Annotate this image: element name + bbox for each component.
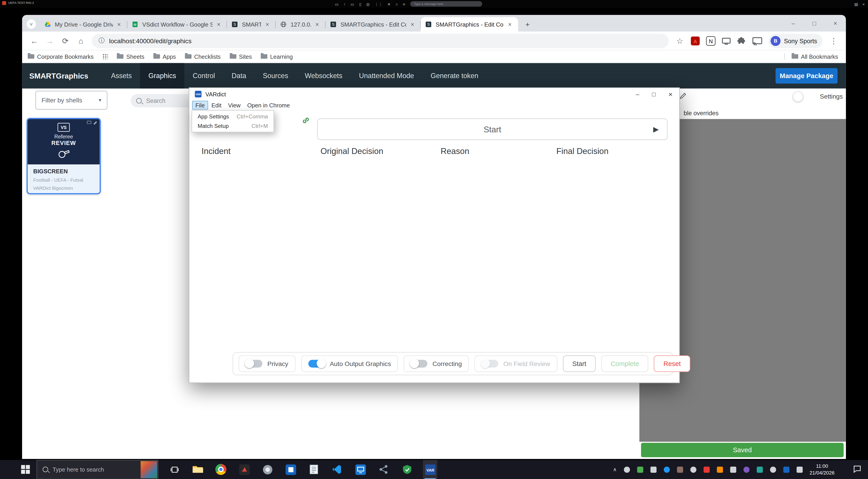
tab-localhost[interactable]: 127.0.0.1:1 × [276,17,326,32]
manage-package-button[interactable]: Manage Package [775,68,837,84]
tray-icon[interactable] [664,467,670,473]
notification-center-icon[interactable] [853,465,862,473]
privacy-toggle[interactable] [246,360,262,368]
remote-menu-icon[interactable]: ≡ [403,2,405,6]
remote-close-icon[interactable]: × [862,2,865,6]
menu-item-app-settings[interactable]: App Settings Ctrl+Comma [192,112,273,121]
notepad-button[interactable] [307,460,321,479]
correcting-toggle[interactable] [411,360,428,368]
close-button[interactable]: × [825,15,846,32]
edit-pencil-icon[interactable] [680,93,687,99]
menu-view[interactable]: View [225,101,244,109]
remote-apps-icon[interactable]: ⋮⋮ [375,2,382,6]
nav-unattended-mode[interactable]: Unattended Mode [351,63,422,89]
bookmark-star-icon[interactable]: ☆ [673,34,687,47]
nav-websockets[interactable]: Websockets [297,63,351,89]
saved-button[interactable]: Saved [641,443,844,457]
tray-icon[interactable] [704,467,710,473]
tray-icon[interactable] [637,467,643,473]
complete-button[interactable]: Complete [601,355,649,372]
tray-icon[interactable] [651,467,657,473]
on-field-review-toggle[interactable] [482,360,498,368]
tray-icon[interactable] [730,467,736,473]
remote-settings-icon[interactable]: ▤ [854,2,858,6]
remote-display-icon[interactable]: ▭ [350,2,354,6]
tab-smartgraphics-active[interactable]: S SMARTGraphics - Edit Compon × [421,17,518,32]
tab-close-icon[interactable]: × [409,21,416,28]
tray-icon[interactable] [797,467,803,473]
address-bar[interactable]: ⓘ localhost:40000/edit/graphics [92,34,669,48]
windows-start-icon[interactable] [21,465,30,474]
play-icon[interactable]: ▶ [647,121,665,138]
nav-sources[interactable]: Sources [255,63,297,89]
nav-generate-token[interactable]: Generate token [422,63,487,89]
auto-output-graphics-toggle[interactable] [308,360,325,368]
bookmark-sites[interactable]: Sites [229,53,252,60]
minimize-button[interactable]: – [783,15,804,32]
tray-icon[interactable] [690,467,696,473]
security-app-button[interactable] [400,460,414,479]
nav-graphics[interactable]: Graphics [140,63,184,89]
tray-icon[interactable] [744,467,750,473]
home-icon[interactable]: ⌂ [74,34,88,47]
remote-view-icon[interactable]: ◎ [366,2,370,6]
forward-icon[interactable]: → [43,34,57,47]
on-field-review-toggle-group[interactable]: On Field Review [474,355,557,372]
privacy-toggle-group[interactable]: Privacy [239,355,296,372]
apps-grid-icon[interactable] [102,54,108,59]
vscode-button[interactable] [330,460,344,479]
search-daily-image[interactable] [141,461,157,478]
site-info-icon[interactable]: ⓘ [99,36,105,45]
remote-upload-icon[interactable]: ↑ [343,2,345,6]
tab-close-icon[interactable]: × [115,21,123,28]
profile-chip[interactable]: B Sony Sports [769,34,823,48]
tab-my-drive[interactable]: My Drive - Google Drive × [40,17,127,32]
nav-data[interactable]: Data [223,63,255,89]
tab-close-icon[interactable]: × [313,21,321,28]
remote-monitor-icon[interactable]: ▭ [335,2,339,6]
remote-scissors-icon[interactable]: ✕ [388,2,391,6]
maximize-button[interactable]: □ [804,15,825,32]
shell-card-bigscreen[interactable]: VS Referee REVIEW BIGSCREEN Football - U… [27,118,101,194]
auto-output-graphics-toggle-group[interactable]: Auto Output Graphics [301,355,398,372]
new-tab-button[interactable]: + [522,18,534,30]
dark-app-button[interactable] [237,460,251,479]
incident-start-bar[interactable]: Start ▶ [317,118,668,140]
menu-item-match-setup[interactable]: Match Setup Ctrl+M [192,121,273,131]
settings-toggle-knob[interactable] [793,91,803,102]
tab-close-icon[interactable]: × [215,21,222,28]
menu-open-in-chrome[interactable]: Open in Chrome [244,101,293,109]
chrome-button[interactable] [214,460,228,479]
start-button[interactable]: Start [563,355,596,372]
tray-icon[interactable] [783,467,789,473]
blue-monitor-app-button[interactable] [353,460,368,479]
taskbar-clock[interactable]: 11:00 21/04/2026 [804,462,840,477]
remote-display2-icon[interactable]: ▯ [359,2,361,6]
tray-expand-icon[interactable]: ∧ [613,467,617,473]
menu-edit[interactable]: Edit [208,101,225,109]
tab-smartgraphics-2[interactable]: S SMARTGraphics - Edit Compon × [326,17,421,32]
taskbar-search-input[interactable]: Type here to search [36,460,158,479]
tab-smartgraphics-1[interactable]: S SMARTG × [227,17,276,32]
task-view-button[interactable] [167,460,182,479]
tab-vsdict-workflow[interactable]: VSdict Workflow - Google Shee × [127,17,227,32]
vardict-titlebar[interactable]: VAR VARdict – □ × [189,88,679,100]
tray-icon[interactable] [717,467,723,473]
close-icon[interactable]: × [668,90,673,98]
share-app-button[interactable] [376,460,391,479]
tray-icon[interactable] [770,467,776,473]
reload-icon[interactable]: ⟳ [59,34,72,47]
menu-file[interactable]: File [192,101,208,109]
nav-control[interactable]: Control [184,63,223,89]
bookmark-learning[interactable]: Learning [261,53,292,60]
maximize-icon[interactable]: □ [652,91,655,97]
bookmark-checklists[interactable]: Checklists [185,53,221,60]
vardict-taskbar-button[interactable]: VAR [423,460,437,479]
file-explorer-button[interactable] [190,460,205,479]
cast-icon[interactable] [752,35,763,46]
extensions-puzzle-icon[interactable] [736,35,747,46]
browser-menu-icon[interactable]: ⋮ [827,34,840,47]
remote-record-icon[interactable]: ○ [396,2,398,6]
reset-button[interactable]: Reset [654,355,690,372]
browser2-button[interactable] [260,460,275,479]
